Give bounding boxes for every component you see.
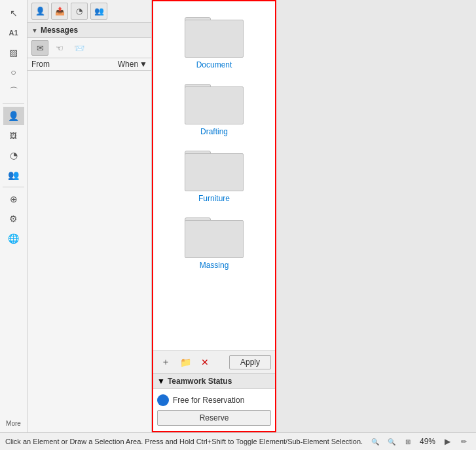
category-furniture-label: Furniture (198, 194, 230, 203)
envelope-btn[interactable]: ✉ (31, 40, 48, 56)
main-area: Document Drafting Furniture (152, 0, 476, 432)
next-btn[interactable]: ▶ (440, 434, 454, 449)
from-col-label: From (31, 60, 50, 69)
teamwork-header-label: Teamwork Status (168, 377, 232, 386)
folder-furniture-icon (185, 145, 244, 191)
pen-btn[interactable]: ✏ (456, 434, 471, 449)
status-bar-text: Click an Element or Draw a Selection Are… (5, 438, 365, 445)
category-panel: Document Drafting Furniture (152, 0, 276, 432)
target-tool-icon[interactable]: ⊕ (3, 190, 24, 208)
circle-tool-icon[interactable]: ○ (3, 63, 24, 81)
toolbar-divider-1 (3, 103, 24, 104)
category-drafting-label: Drafting (200, 127, 228, 136)
more-label[interactable]: More (6, 420, 21, 427)
expand-panel-arrow[interactable]: ‹ (275, 206, 276, 226)
status-dot-icon (157, 394, 169, 406)
messages-toolbar: ✉ ☜ 📨 (27, 38, 151, 58)
list-item[interactable]: Massing (153, 207, 275, 274)
messages-header-label: Messages (41, 26, 78, 35)
user-tool-icon[interactable]: 👤 (3, 107, 24, 125)
zoom-in-btn[interactable]: 🔍 (384, 434, 399, 449)
side-pie-icon[interactable]: ◔ (71, 3, 88, 20)
folder-drafting-icon (185, 79, 244, 124)
when-col-label[interactable]: When ▼ (118, 60, 147, 69)
list-item[interactable]: Drafting (153, 73, 275, 140)
status-bar: Click an Element or Draw a Selection Are… (0, 432, 476, 450)
teamwork-header[interactable]: ▼ Teamwork Status (153, 374, 275, 389)
list-item[interactable]: Furniture (153, 140, 275, 207)
reserve-button[interactable]: Reserve (157, 410, 271, 426)
folder-massing-icon (185, 212, 244, 258)
zoom-level: 49% (417, 437, 438, 446)
teamwork-content: Free for Reservation Reserve (153, 389, 275, 431)
person-add-tool-icon[interactable]: 👥 (3, 166, 24, 184)
teamwork-section: ▼ Teamwork Status Free for Reservation R… (153, 373, 275, 431)
fit-view-btn[interactable]: ⊞ (401, 434, 415, 449)
hatch-tool-icon[interactable]: ▨ (3, 43, 24, 62)
panel-bottom-toolbar: ＋ 📁 ✕ Apply (153, 350, 275, 373)
messages-arrow-icon: ▼ (31, 27, 38, 34)
arrow-tool-icon[interactable]: ↖ (3, 4, 24, 22)
messages-section: ▼ Messages ✉ ☜ 📨 From When ▼ (27, 23, 151, 71)
settings-tool-icon[interactable]: ⚙ (3, 210, 24, 228)
bottom-right-toolbar: 🔍 🔍 ⊞ 49% ▶ ✏ (368, 434, 471, 449)
globe-tool-icon[interactable]: 🌐 (3, 229, 24, 248)
category-massing-label: Massing (200, 261, 229, 270)
add-item-btn[interactable]: ＋ (157, 354, 174, 371)
side-upload-icon[interactable]: 📤 (51, 3, 68, 20)
category-document-label: Document (196, 60, 232, 69)
text-tool-icon[interactable]: A1 (3, 24, 24, 42)
when-arrow-icon: ▼ (139, 60, 147, 69)
arc-tool-icon[interactable]: ⌒ (3, 83, 24, 101)
folder-document-icon (185, 12, 244, 58)
teamwork-arrow-icon: ▼ (157, 377, 165, 386)
teamwork-status-row: Free for Reservation (157, 394, 271, 406)
left-toolbar: ↖ A1 ▨ ○ ⌒ 👤 🖼 ◔ 👥 ⊕ ⚙ 🌐 More (0, 0, 27, 432)
apply-button[interactable]: Apply (229, 355, 271, 369)
delete-item-btn[interactable]: ✕ (196, 354, 213, 371)
category-list[interactable]: Document Drafting Furniture (153, 1, 275, 350)
side-user-icon[interactable]: 👤 (31, 3, 48, 20)
photo-tool-icon[interactable]: 🖼 (3, 126, 24, 145)
messages-header[interactable]: ▼ Messages (27, 23, 151, 38)
zoom-out-btn[interactable]: 🔍 (368, 434, 382, 449)
status-text: Free for Reservation (173, 396, 244, 405)
side-panel-icons: 👤 📤 ◔ 👥 (27, 0, 151, 23)
mail-arrow-btn[interactable]: 📨 (71, 40, 88, 56)
add-folder-btn[interactable]: 📁 (177, 354, 194, 371)
messages-cols: From When ▼ (27, 58, 151, 70)
side-person-add-icon[interactable]: 👥 (90, 3, 107, 20)
pie-tool-icon[interactable]: ◔ (3, 146, 24, 164)
list-item[interactable]: Document (153, 7, 275, 73)
side-panel: 👤 📤 ◔ 👥 ▼ Messages ✉ ☜ 📨 From When ▼ (27, 0, 152, 432)
hand-btn[interactable]: ☜ (51, 40, 68, 56)
toolbar-divider-2 (3, 187, 24, 187)
